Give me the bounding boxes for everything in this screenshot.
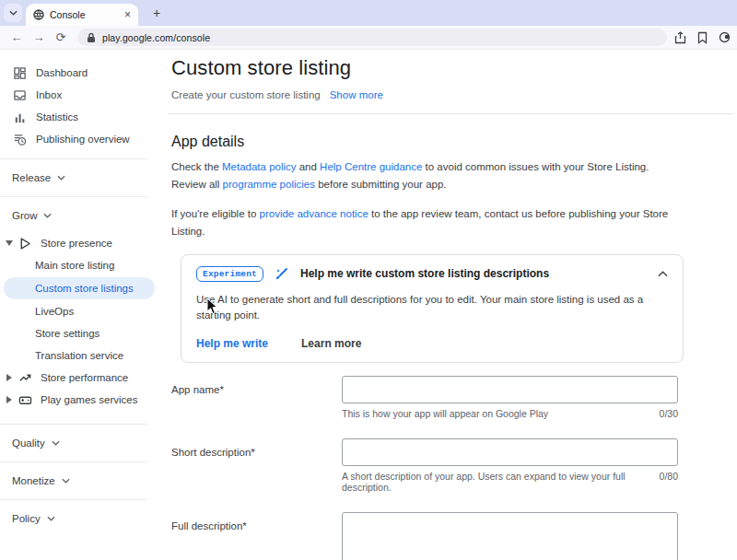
store-presence-icon (18, 237, 32, 251)
sidebar-item-label: Custom store listings (35, 283, 134, 294)
sidebar-section-monetize[interactable]: Monetize (0, 471, 168, 491)
sidebar-item-label: Statistics (36, 111, 78, 122)
sidebar-item-play-games-services[interactable]: Play games services (0, 389, 168, 411)
back-button[interactable]: ← (6, 30, 28, 44)
extensions-icon[interactable] (719, 31, 731, 43)
publishing-overview-icon (13, 133, 27, 146)
play-console-window: Console × + ← → ⟳ play.google.com/consol… (0, 0, 737, 560)
collapse-arrow-icon[interactable] (5, 374, 14, 381)
banner-title: Help me write custom store listing descr… (300, 267, 647, 280)
app-details-paragraph-1: Check the Metadata policy and Help Centr… (171, 158, 680, 193)
browser-tabstrip: Console × + (0, 0, 737, 26)
sidebar-item-custom-store-listings[interactable]: Custom store listings (4, 277, 155, 299)
divider (0, 196, 147, 197)
section-label: Quality (12, 438, 45, 449)
sidebar-item-store-settings[interactable]: Store settings (0, 322, 168, 344)
divider (0, 499, 147, 500)
share-icon[interactable] (674, 31, 686, 44)
tab-close-button[interactable]: × (124, 9, 131, 20)
sidebar-item-label: Play games services (41, 394, 137, 405)
text: If you're eligible to (171, 208, 260, 219)
chevron-up-icon (658, 271, 668, 277)
sidebar-section-quality[interactable]: Quality (0, 433, 168, 453)
sidebar-item-store-presence[interactable]: Store presence (0, 232, 168, 254)
new-tab-button[interactable]: + (147, 4, 166, 22)
help-me-write-button[interactable]: Help me write (196, 337, 268, 350)
reload-button[interactable]: ⟳ (50, 30, 72, 44)
address-bar[interactable]: play.google.com/console (77, 29, 667, 46)
show-more-link[interactable]: Show more (330, 89, 383, 100)
sidebar-item-dashboard[interactable]: Dashboard (0, 62, 168, 84)
chevron-down-icon (43, 213, 52, 218)
browser-tab-console[interactable]: Console × (26, 4, 138, 26)
sidebar-item-store-performance[interactable]: Store performance (0, 367, 168, 389)
short-description-counter: 0/80 (660, 471, 678, 493)
experiment-badge: Experiment (196, 266, 263, 282)
sidebar-section-release[interactable]: Release (0, 168, 168, 188)
section-label: Monetize (12, 475, 55, 486)
expand-arrow-icon[interactable] (5, 240, 14, 246)
sidebar-item-publishing-overview[interactable]: Publishing overview (0, 128, 168, 150)
sidebar-item-main-store-listing[interactable]: Main store listing (0, 254, 168, 276)
sidebar-item-statistics[interactable]: Statistics (0, 106, 168, 128)
short-description-input[interactable] (342, 438, 678, 466)
main-content: Custom store listing Create your custom … (168, 51, 737, 560)
text: Check the (171, 161, 222, 172)
mouse-cursor (206, 298, 218, 315)
bookmark-icon[interactable] (697, 31, 708, 44)
text: before submitting your app. (315, 179, 447, 190)
app-name-label: App name* (171, 376, 342, 419)
inbox-icon (13, 88, 27, 102)
banner-description: Use AI to generate short and full descri… (196, 292, 668, 324)
sidebar-section-grow[interactable]: Grow (0, 205, 168, 226)
divider (0, 158, 147, 159)
store-performance-icon (18, 371, 32, 385)
full-description-row: Full description* 0/4000 (171, 512, 737, 560)
text: and (297, 161, 321, 172)
collapse-arrow-icon[interactable] (5, 396, 14, 403)
dashboard-icon (13, 66, 27, 80)
short-description-row: Short description* A short description o… (171, 438, 737, 493)
section-label: Policy (12, 513, 41, 524)
section-label: Grow (12, 210, 37, 221)
lock-icon (87, 32, 96, 43)
forward-button[interactable]: → (28, 30, 50, 44)
toolbar-icons (674, 31, 731, 44)
sidebar-item-label: Dashboard (36, 67, 88, 78)
divider (0, 424, 147, 425)
statistics-icon (13, 111, 27, 124)
programme-policies-link[interactable]: programme policies (223, 179, 315, 190)
section-label: Release (12, 172, 51, 183)
app-name-row: App name* This is how your app will appe… (171, 376, 737, 419)
sidebar-item-inbox[interactable]: Inbox (0, 84, 168, 106)
metadata-policy-link[interactable]: Metadata policy (222, 161, 297, 172)
app-details-heading: App details (171, 134, 737, 150)
browser-toolbar: ← → ⟳ play.google.com/console (0, 26, 737, 50)
sidebar: Dashboard Inbox Statistics (0, 51, 168, 560)
short-description-label: Short description* (171, 438, 342, 493)
app-name-counter: 0/30 (660, 408, 678, 419)
sidebar-item-label: Publishing overview (36, 134, 130, 145)
short-description-helper: A short description of your app. Users c… (342, 471, 652, 493)
page-title: Custom store listing (171, 56, 737, 80)
sidebar-item-label: Store performance (41, 372, 128, 383)
chevron-down-icon (57, 175, 65, 181)
sidebar-item-label: Translation service (35, 350, 123, 361)
chevron-down-icon (52, 440, 60, 446)
help-centre-guidance-link[interactable]: Help Centre guidance (320, 161, 422, 172)
provide-advance-notice-link[interactable]: provide advance notice (260, 208, 368, 219)
tab-search-button[interactable] (4, 4, 22, 22)
url-text: play.google.com/console (102, 32, 210, 43)
full-description-textarea[interactable] (342, 512, 678, 560)
sidebar-item-label: Store settings (35, 328, 99, 339)
help-me-write-banner: Experiment Help me write custom store li… (181, 254, 684, 364)
full-description-label: Full description* (171, 512, 342, 560)
sidebar-item-label: LiveOps (35, 306, 74, 317)
learn-more-button[interactable]: Learn more (301, 337, 361, 350)
sidebar-item-liveops[interactable]: LiveOps (0, 300, 168, 322)
sidebar-item-translation-service[interactable]: Translation service (0, 344, 168, 367)
collapse-banner-button[interactable] (658, 271, 668, 277)
sidebar-section-policy[interactable]: Policy (0, 508, 168, 529)
app-name-input[interactable] (342, 376, 678, 403)
page-subtitle: Create your custom store listing (171, 89, 321, 100)
